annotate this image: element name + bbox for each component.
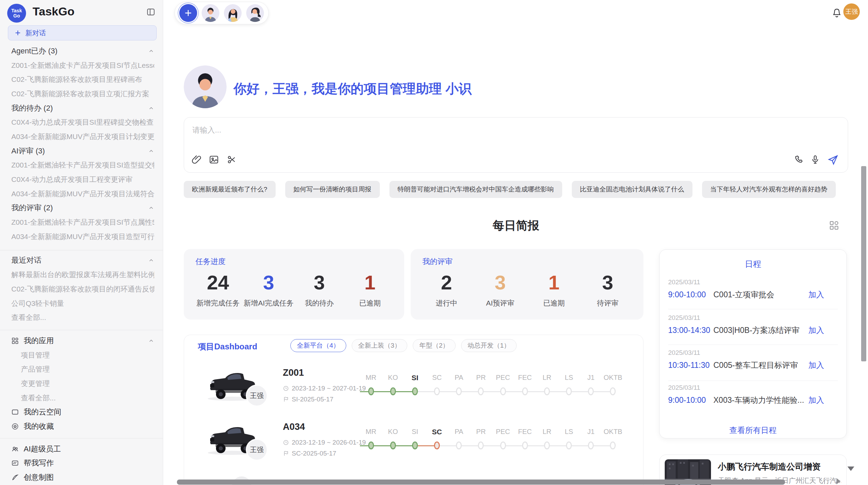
phone-icon[interactable] — [795, 154, 805, 165]
stat[interactable]: 3待评审 — [581, 271, 635, 308]
sidebar-item[interactable]: C0X4-动力总成开发项目SI里程碑提交物检查 — [0, 115, 163, 129]
sidebar-section-agent-done[interactable]: Agent已办 (3) — [0, 44, 163, 58]
join-button[interactable]: 加入 — [808, 325, 824, 336]
suggestion-chip[interactable]: 当下年轻人对汽车外观有怎样的喜好趋势 — [702, 181, 836, 198]
sidebar-collapse-icon[interactable] — [146, 8, 155, 16]
sidebar-item[interactable]: C0X4-动力总成开发项目工程变更评审 — [0, 172, 163, 187]
vertical-scrollbar-thumb[interactable] — [861, 166, 866, 361]
agent-avatar[interactable] — [202, 4, 219, 22]
milestone[interactable]: SI — [404, 365, 426, 395]
view-all-schedule-link[interactable]: 查看所有日程 — [660, 425, 846, 436]
stat[interactable]: 3新增AI完成任务 — [243, 271, 294, 308]
agent-avatar[interactable] — [246, 4, 264, 22]
user-avatar[interactable]: 王强 — [843, 3, 860, 20]
sidebar-item[interactable]: A034-全新新能源MUV产品开发项目造型可行性评审 — [0, 229, 163, 244]
join-button[interactable]: 加入 — [808, 360, 824, 371]
join-button[interactable]: 加入 — [808, 289, 824, 300]
milestone[interactable]: KO — [382, 365, 404, 395]
milestone[interactable]: LS — [558, 420, 580, 449]
tab-new-body[interactable]: 全新上装（3） — [352, 339, 408, 352]
horizontal-scrollbar-thumb[interactable] — [177, 480, 785, 485]
sidebar-item[interactable]: Z001-全新燃油皮卡产品开发项目SI节点Lesson Learn报告 — [0, 58, 163, 73]
milestone[interactable]: SI — [404, 420, 426, 449]
chevron-up-icon[interactable] — [148, 48, 154, 54]
milestone[interactable]: PA — [448, 365, 470, 395]
sidebar-item[interactable]: C02-飞腾新能源轻客改款项目里程碑画布 — [0, 72, 163, 87]
tab-year-model[interactable]: 年型（2） — [413, 339, 456, 352]
chevron-up-icon[interactable] — [148, 338, 154, 344]
chat-input[interactable] — [192, 126, 775, 135]
milestone[interactable]: LS — [558, 365, 580, 395]
milestone[interactable]: PEC — [492, 420, 514, 449]
recent-view-all[interactable]: 查看全部... — [0, 310, 163, 325]
project-row[interactable]: 王强 Z001 2023-12-19 ~ 2027-01-19 SI-2025-… — [184, 365, 643, 417]
layout-grid-icon[interactable] — [829, 220, 839, 231]
sidebar-item-favorites[interactable]: 我的收藏 — [0, 419, 163, 434]
suggestion-chip[interactable]: 欧洲新规最近颁布了什么? — [184, 181, 276, 198]
sidebar-item[interactable]: Z001-全新燃油轻卡产品开发项目SI造型提交物评审 — [0, 158, 163, 173]
sidebar-section-recent[interactable]: 最近对话 — [0, 253, 163, 268]
recent-chat-item[interactable]: 解释最新出台的欧盟报废车法规再生塑料比例被调至15%... — [0, 268, 163, 282]
milestone[interactable]: OKTB — [602, 420, 624, 449]
agent-avatar[interactable] — [224, 4, 242, 22]
suggestion-chip[interactable]: 特朗普可能对进口汽车增税会对中国车企造成哪些影响 — [389, 181, 562, 198]
app-item-change-mgmt[interactable]: 变更管理 — [0, 376, 163, 391]
tab-powertrain[interactable]: 动总开发（1） — [461, 339, 517, 352]
recent-chat-item[interactable]: 公司Q3轻卡销量 — [0, 296, 163, 311]
chevron-up-icon[interactable] — [148, 257, 154, 263]
chevron-up-icon[interactable] — [148, 148, 154, 154]
apps-view-all[interactable]: 查看全部... — [0, 391, 163, 405]
add-agent-button[interactable] — [179, 4, 197, 22]
sidebar-item[interactable]: A034-全新新能源MUV产品开发项目法规符合性评审 — [0, 187, 163, 201]
milestone[interactable]: SC — [426, 420, 448, 449]
suggestion-chip[interactable]: 如何写一份清晰的项目周报 — [285, 181, 380, 198]
suggestion-chip[interactable]: 比亚迪全固态电池计划具体说了什么 — [572, 181, 692, 198]
notifications-bell-icon[interactable] — [831, 8, 842, 18]
sidebar-item-creative-draw[interactable]: 创意制图 — [0, 470, 163, 485]
chevron-up-icon[interactable] — [148, 205, 154, 211]
send-icon[interactable] — [827, 154, 839, 166]
scroll-down-arrow[interactable] — [847, 467, 854, 471]
milestone[interactable]: LR — [536, 365, 558, 395]
scroll-right-arrow[interactable] — [836, 478, 841, 484]
recent-chat-item[interactable]: C02-飞腾新能源轻客改款项目的闭环通告反馈情况 — [0, 282, 163, 296]
project-row[interactable]: 王强 A034 2023-12-19 ~ 2026-01-19 SC-2025-… — [184, 420, 643, 471]
milestone[interactable]: MR — [360, 365, 382, 395]
chevron-up-icon[interactable] — [148, 105, 154, 111]
image-icon[interactable] — [209, 154, 219, 165]
milestone[interactable]: J1 — [580, 420, 602, 449]
stat[interactable]: 1已逾期 — [345, 271, 395, 308]
milestone[interactable]: LR — [536, 420, 558, 449]
attach-icon[interactable] — [192, 154, 202, 165]
sidebar-item-help-write[interactable]: 帮我写作 — [0, 456, 163, 471]
app-item-product-mgmt[interactable]: 产品管理 — [0, 362, 163, 376]
app-item-project-mgmt[interactable]: 项目管理 — [0, 348, 163, 362]
milestone[interactable]: J1 — [580, 365, 602, 395]
milestone[interactable]: MR — [360, 420, 382, 449]
sidebar-item[interactable]: A034-全新新能源MUV产品开发项目计划变更变编写 — [0, 129, 163, 144]
join-button[interactable]: 加入 — [808, 395, 824, 406]
sidebar-section-ai-review[interactable]: AI评审 (3) — [0, 144, 163, 158]
sidebar-item-my-cloud[interactable]: 我的云空间 — [0, 405, 163, 420]
milestone[interactable]: FEC — [514, 365, 536, 395]
milestone[interactable]: PEC — [492, 365, 514, 395]
milestone[interactable]: SC — [426, 365, 448, 395]
milestone[interactable]: KO — [382, 420, 404, 449]
mic-icon[interactable] — [810, 154, 820, 165]
scissors-icon[interactable] — [227, 154, 237, 165]
sidebar-item-ai-staff[interactable]: AI超级员工 — [0, 442, 163, 456]
stat[interactable]: 24新增完成任务 — [193, 271, 243, 308]
sidebar-section-my-review[interactable]: 我的评审 (2) — [0, 201, 163, 215]
sidebar-item[interactable]: Z001-全新燃油轻卡产品开发项目SI节点属性5D文件评审 — [0, 215, 163, 229]
milestone[interactable]: PA — [448, 420, 470, 449]
milestone[interactable]: OKTB — [602, 365, 624, 395]
sidebar-item[interactable]: C02-飞腾新能源轻客改款项目立项汇报方案 — [0, 87, 163, 101]
sidebar-section-my-todo[interactable]: 我的待办 (2) — [0, 101, 163, 115]
milestone[interactable]: FEC — [514, 420, 536, 449]
stat[interactable]: 2进行中 — [420, 271, 473, 308]
stat[interactable]: 3我的待办 — [294, 271, 345, 308]
milestone[interactable]: PR — [470, 420, 492, 449]
stat[interactable]: 3AI预评审 — [473, 271, 527, 308]
new-chat-button[interactable]: 新对话 — [8, 25, 157, 40]
tab-new-platform[interactable]: 全新平台（4） — [290, 339, 346, 352]
